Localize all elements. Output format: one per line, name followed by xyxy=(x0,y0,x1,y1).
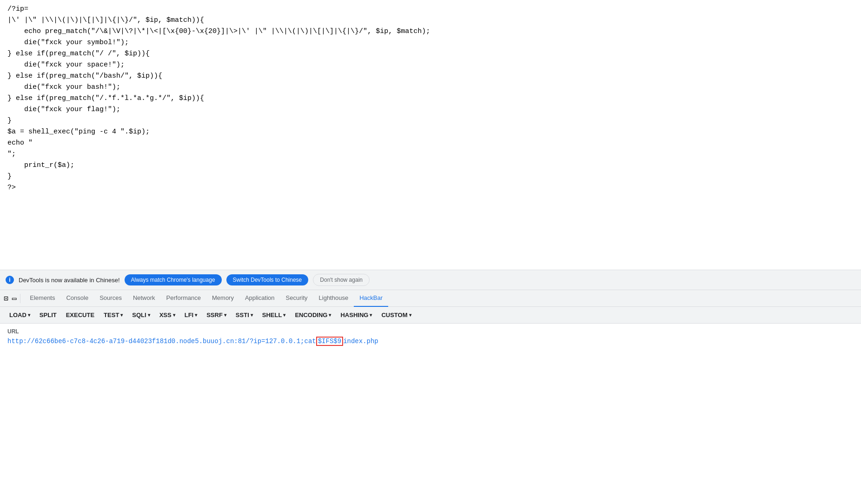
sqli-button[interactable]: SQLI ▾ xyxy=(128,310,153,320)
ssrf-button[interactable]: SSRF ▾ xyxy=(203,310,230,320)
tab-sources[interactable]: Sources xyxy=(94,290,127,307)
code-line: "; xyxy=(7,149,854,160)
test-dropdown-arrow: ▾ xyxy=(120,312,123,318)
ssti-dropdown-arrow: ▾ xyxy=(251,312,253,318)
lfi-button[interactable]: LFI ▾ xyxy=(181,310,201,320)
code-line: print_r($a); xyxy=(7,160,854,171)
cursor-icon[interactable]: ⊡ xyxy=(4,294,8,303)
split-button[interactable]: SPLIT xyxy=(36,310,60,320)
code-line: echo " xyxy=(7,138,854,149)
tab-security[interactable]: Security xyxy=(280,290,313,307)
tab-icon-group: ⊡ ▭ xyxy=(4,294,20,303)
tab-hackbar[interactable]: HackBar xyxy=(354,290,388,307)
shell-dropdown-arrow: ▾ xyxy=(283,312,285,318)
test-label: TEST xyxy=(104,312,119,318)
code-line: |\' |\" |\\|\(|\)|\[|\]|\{|\}/", $ip, $m… xyxy=(7,15,854,26)
tab-lighthouse[interactable]: Lighthouse xyxy=(313,290,354,307)
devtools-notification: i DevTools is now available in Chinese! … xyxy=(0,270,861,290)
execute-label: EXECUTE xyxy=(66,312,94,318)
lfi-label: LFI xyxy=(185,312,194,318)
tab-memory[interactable]: Memory xyxy=(206,290,239,307)
switch-language-button[interactable]: Switch DevTools to Chinese xyxy=(226,274,309,285)
ssti-button[interactable]: SSTI ▾ xyxy=(232,310,257,320)
tab-performance[interactable]: Performance xyxy=(161,290,206,307)
code-line: die("fxck your space!"); xyxy=(7,60,854,71)
match-language-button[interactable]: Always match Chrome's language xyxy=(125,274,222,285)
ssrf-label: SSRF xyxy=(206,312,223,318)
code-line: echo preg_match("/\&|\V|\?|\*|\<|[\x{00}… xyxy=(7,26,854,37)
xss-dropdown-arrow: ▾ xyxy=(173,312,175,318)
load-label: LOAD xyxy=(9,312,26,318)
ssti-label: SSTI xyxy=(236,312,249,318)
code-line: } else if(preg_match("/bash/", $ip)){ xyxy=(7,71,854,82)
encoding-label: ENCODING xyxy=(295,312,327,318)
info-icon: i xyxy=(6,276,14,284)
url-label: URL xyxy=(7,328,854,335)
tab-application[interactable]: Application xyxy=(239,290,280,307)
url-value[interactable]: http://62c66be6-c7c8-4c26-a719-d44023f18… xyxy=(7,337,854,346)
code-line: } else if(preg_match("/ /", $ip)){ xyxy=(7,48,854,60)
load-dropdown-arrow: ▾ xyxy=(28,312,30,318)
xss-label: XSS xyxy=(159,312,172,318)
xss-button[interactable]: XSS ▾ xyxy=(156,310,179,320)
shell-label: SHELL xyxy=(262,312,282,318)
load-button[interactable]: LOAD ▾ xyxy=(6,310,34,320)
url-text-before: http://62c66be6-c7c8-4c26-a719-d44023f18… xyxy=(7,338,316,345)
tab-elements[interactable]: Elements xyxy=(24,290,60,307)
hashing-label: HASHING xyxy=(340,312,368,318)
tab-network[interactable]: Network xyxy=(127,290,161,307)
code-line: } xyxy=(7,171,854,182)
execute-button[interactable]: EXECUTE xyxy=(62,310,98,320)
split-label: SPLIT xyxy=(40,312,57,318)
devtools-tab-bar: ⊡ ▭ Elements Console Sources Network Per… xyxy=(0,290,861,307)
hashing-button[interactable]: HASHING ▾ xyxy=(337,310,376,320)
code-area: /?ip= |\' |\" |\\|\(|\)|\[|\]|\{|\}/", $… xyxy=(0,0,861,270)
hashing-dropdown-arrow: ▾ xyxy=(370,312,372,318)
code-line: } xyxy=(7,115,854,126)
tab-console[interactable]: Console xyxy=(60,290,94,307)
url-highlight: $IFS$9 xyxy=(316,337,343,346)
hackbar-toolbar: LOAD ▾ SPLIT EXECUTE TEST ▾ SQLI ▾ XSS ▾… xyxy=(0,307,861,324)
lfi-dropdown-arrow: ▾ xyxy=(195,312,197,318)
code-line: die("fxck your symbol!"); xyxy=(7,37,854,48)
shell-button[interactable]: SHELL ▾ xyxy=(258,310,290,320)
inspect-icon[interactable]: ▭ xyxy=(12,294,17,303)
code-line: } else if(preg_match("/.*f.*l.*a.*g.*/",… xyxy=(7,93,854,104)
custom-label: CUSTOM xyxy=(381,312,407,318)
notification-message: DevTools is now available in Chinese! xyxy=(19,277,120,284)
test-button[interactable]: TEST ▾ xyxy=(100,310,126,320)
url-area: URL http://62c66be6-c7c8-4c26-a719-d4402… xyxy=(0,324,861,351)
sqli-label: SQLI xyxy=(132,312,146,318)
code-line: die("fxck your flag!"); xyxy=(7,104,854,115)
ssrf-dropdown-arrow: ▾ xyxy=(224,312,226,318)
url-text-after: index.php xyxy=(343,338,378,345)
custom-button[interactable]: CUSTOM ▾ xyxy=(378,310,415,320)
custom-dropdown-arrow: ▾ xyxy=(409,312,411,318)
code-line: /?ip= xyxy=(7,4,854,15)
code-line: ?> xyxy=(7,182,854,193)
code-line: $a = shell_exec("ping -c 4 ".$ip); xyxy=(7,126,854,138)
encoding-dropdown-arrow: ▾ xyxy=(329,312,331,318)
sqli-dropdown-arrow: ▾ xyxy=(148,312,150,318)
dont-show-again-button[interactable]: Don't show again xyxy=(313,274,370,286)
encoding-button[interactable]: ENCODING ▾ xyxy=(291,310,335,320)
code-line: die("fxck your bash!"); xyxy=(7,82,854,93)
